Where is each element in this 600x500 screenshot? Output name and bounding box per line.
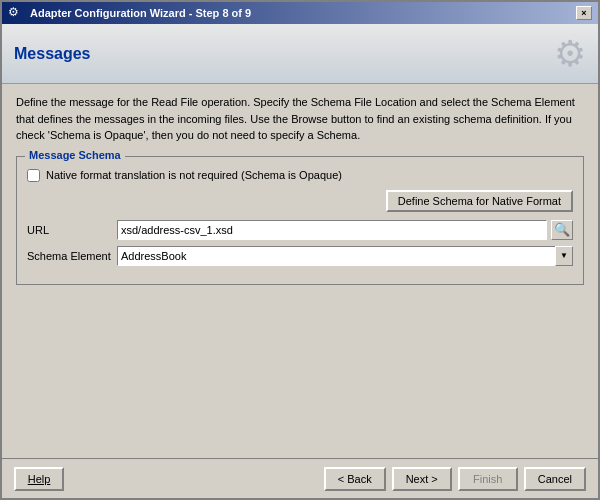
cancel-button[interactable]: Cancel — [524, 467, 586, 491]
help-button[interactable]: Help — [14, 467, 64, 491]
opaque-checkbox-row: Native format translation is not require… — [27, 169, 573, 182]
main-content: Define the message for the Read File ope… — [2, 84, 598, 458]
group-legend: Message Schema — [25, 149, 125, 161]
schema-element-display[interactable]: AddressBook — [117, 246, 573, 266]
header-icon-area: ⚙ — [506, 29, 586, 79]
define-schema-button[interactable]: Define Schema for Native Format — [386, 190, 573, 212]
schema-element-select-wrapper: AddressBook ▼ — [117, 246, 573, 266]
footer-right: < Back Next > Finish Cancel — [324, 467, 586, 491]
title-bar-buttons: × — [576, 6, 592, 20]
url-input[interactable] — [117, 220, 547, 240]
message-schema-group: Message Schema Native format translation… — [16, 156, 584, 285]
schema-element-row: Schema Element AddressBook ▼ — [27, 246, 573, 266]
page-title: Messages — [14, 45, 91, 63]
next-button[interactable]: Next > — [392, 467, 452, 491]
gear-icon: ⚙ — [554, 33, 586, 75]
url-label: URL — [27, 224, 117, 236]
close-button[interactable]: × — [576, 6, 592, 20]
browse-button[interactable]: 🔍 — [551, 220, 573, 240]
title-bar-left: ⚙ Adapter Configuration Wizard - Step 8 … — [8, 5, 251, 21]
opaque-checkbox[interactable] — [27, 169, 40, 182]
define-btn-row: Define Schema for Native Format — [27, 190, 573, 212]
url-input-area: 🔍 — [117, 220, 573, 240]
title-bar: ⚙ Adapter Configuration Wizard - Step 8 … — [2, 2, 598, 24]
header-band: Messages ⚙ — [2, 24, 598, 84]
finish-button[interactable]: Finish — [458, 467, 518, 491]
title-bar-icon: ⚙ — [8, 5, 24, 21]
title-bar-title: Adapter Configuration Wizard - Step 8 of… — [30, 7, 251, 19]
schema-element-input-area: AddressBook ▼ — [117, 246, 573, 266]
description-text: Define the message for the Read File ope… — [16, 94, 584, 144]
opaque-checkbox-label: Native format translation is not require… — [46, 169, 342, 181]
url-row: URL 🔍 — [27, 220, 573, 240]
footer-left: Help — [14, 467, 324, 491]
wizard-window: ⚙ Adapter Configuration Wizard - Step 8 … — [0, 0, 600, 500]
schema-element-label: Schema Element — [27, 250, 117, 262]
back-button[interactable]: < Back — [324, 467, 386, 491]
wizard-footer: Help < Back Next > Finish Cancel — [2, 458, 598, 498]
